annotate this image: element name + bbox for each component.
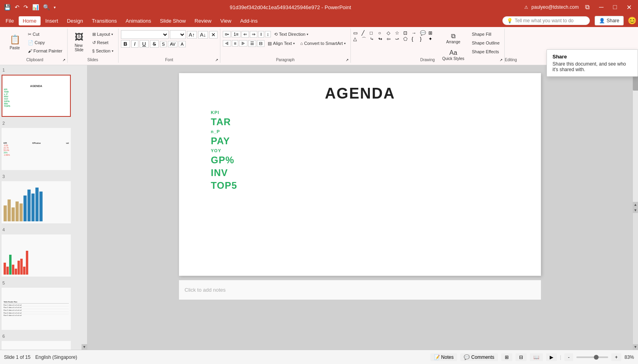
clipboard-expand-icon[interactable]: ↗	[62, 58, 66, 62]
tell-me-box[interactable]: 💡 Tell me what you want to do	[502, 16, 590, 25]
slideshow-button[interactable]: ▶	[546, 353, 557, 361]
menu-design[interactable]: Design	[63, 16, 87, 25]
align-right-button[interactable]: ⫸	[239, 40, 247, 46]
close-button[interactable]: ✕	[623, 3, 635, 12]
decrease-font-button[interactable]: A↓	[198, 31, 208, 39]
text-direction-button[interactable]: ⟲ Text Direction ▾	[272, 30, 311, 38]
increase-font-button[interactable]: A↑	[187, 31, 197, 39]
copy-button[interactable]: 📄 Copy	[25, 39, 65, 46]
slide-panel-scroll[interactable]: ▼	[82, 344, 87, 350]
shape-fill-button[interactable]: Shape Fill	[469, 30, 502, 38]
search-icon[interactable]: 🔍	[42, 3, 51, 11]
slide-thumb-2[interactable]: KPIKPIvalueval -0.55 22.75 55.0% 35% -2.…	[2, 128, 71, 170]
reading-view-button[interactable]: 📖	[530, 353, 543, 361]
redo-icon[interactable]: ↷	[23, 3, 29, 11]
shape-square[interactable]: ▭	[353, 30, 361, 36]
columns-button[interactable]: ⫴	[258, 31, 264, 38]
shape-circle[interactable]: ○	[378, 30, 386, 36]
shape-more[interactable]: ⊞	[428, 30, 436, 36]
notes-button[interactable]: 📝 Notes	[430, 353, 457, 361]
draw-expand-icon[interactable]: ↗	[500, 58, 503, 62]
shape-diamond[interactable]: ◇	[387, 30, 395, 36]
slide-thumb-3[interactable]	[2, 181, 71, 223]
shape-line[interactable]: ╱	[362, 30, 370, 36]
slide-item-6[interactable]	[2, 341, 86, 350]
align-center-button[interactable]: ≡	[232, 40, 238, 46]
bold-button[interactable]: B	[121, 40, 130, 48]
menu-animations[interactable]: Animations	[122, 16, 155, 25]
slide-item-5[interactable]: Table Header Row Row 1 data col col col …	[2, 288, 86, 330]
menu-slideshow[interactable]: Slide Show	[156, 16, 190, 25]
justify-button[interactable]: ☰	[248, 40, 256, 47]
shape-star[interactable]: ☆	[395, 30, 403, 36]
minimize-button[interactable]: ─	[596, 3, 607, 12]
normal-view-button[interactable]: ⊞	[501, 353, 512, 361]
shape-t8[interactable]: {	[412, 36, 420, 43]
slide-item-3[interactable]	[2, 181, 86, 223]
zoom-slider[interactable]	[576, 356, 608, 358]
align-left-button[interactable]: ⫷	[223, 40, 231, 46]
scroll-mid2-arrow[interactable]: ▼	[633, 207, 638, 213]
menu-home[interactable]: Home	[19, 16, 41, 25]
arrange-button[interactable]: ⧉ Arrange	[440, 30, 467, 46]
bullet-list-button[interactable]: ≡•	[223, 31, 231, 37]
shape-arrow[interactable]: →	[412, 30, 420, 36]
menu-review[interactable]: Review	[191, 16, 216, 25]
menu-insert[interactable]: Insert	[41, 16, 62, 25]
new-slide-button[interactable]: 🖼 NewSlide	[70, 30, 88, 54]
slide-thumb-1[interactable]: AGENDA KPI TAR n_P PAY YOY GP% INV TOP5	[2, 75, 71, 117]
format-painter-button[interactable]: 🖌 Format Painter	[25, 47, 65, 55]
align-text-button[interactable]: ▤ Align Text ▾	[265, 39, 297, 47]
menu-view[interactable]: View	[216, 16, 235, 25]
slide-item-2[interactable]: KPIKPIvalueval -0.55 22.75 55.0% 35% -2.…	[2, 128, 86, 170]
italic-button[interactable]: I	[131, 40, 138, 48]
scrollbar-thumb[interactable]	[633, 75, 638, 91]
shape-t9[interactable]: }	[420, 36, 428, 43]
cut-button[interactable]: ✂ Cut	[25, 30, 65, 38]
zoom-in-button[interactable]: +	[611, 353, 621, 361]
slide-thumb-6[interactable]	[2, 341, 71, 350]
shape-flow[interactable]: ⊡	[403, 30, 411, 36]
char-spacing-button[interactable]: AV	[168, 41, 177, 47]
share-button[interactable]: 👤 Share	[595, 16, 624, 25]
zoom-out-button[interactable]: -	[564, 353, 573, 361]
dropdown-arrow-icon[interactable]: ▾	[53, 4, 56, 10]
comments-button[interactable]: 💬 Comments	[460, 353, 498, 361]
notes-area[interactable]: Click to add notes	[179, 280, 541, 300]
shadow-button[interactable]: S	[160, 41, 167, 47]
font-expand-icon[interactable]: ↗	[215, 58, 218, 62]
font-color-button[interactable]: A	[179, 41, 185, 47]
menu-addins[interactable]: Add-ins	[236, 16, 262, 25]
shape-outline-button[interactable]: Shape Outline	[469, 39, 502, 47]
slide-item-1[interactable]: AGENDA KPI TAR n_P PAY YOY GP% INV TOP5	[2, 75, 86, 117]
smartart-button[interactable]: ⌂ Convert to SmartArt ▾	[298, 39, 348, 47]
layout-button[interactable]: ⊞ Layout ▾	[90, 30, 116, 38]
slide-canvas[interactable]: AGENDA KPI TAR n_P PAY YOY GP% INV TOP5	[179, 73, 541, 276]
shape-t10[interactable]: ✦	[428, 36, 436, 43]
restore-button[interactable]: ⧉	[582, 3, 593, 12]
line-spacing-button[interactable]: ↕	[265, 31, 271, 37]
scroll-down-arrow[interactable]: ▼	[633, 344, 638, 350]
section-button[interactable]: § Section ▾	[90, 47, 116, 55]
paste-button[interactable]: 📋 Paste	[5, 30, 25, 54]
reset-button[interactable]: ↺ Reset	[90, 39, 116, 46]
menu-transitions[interactable]: Transitions	[88, 16, 121, 25]
slide-sorter-button[interactable]: ⊟	[515, 353, 527, 361]
undo-icon[interactable]: ↶	[14, 3, 20, 11]
indent-dec-button[interactable]: ⇐	[241, 31, 249, 38]
shape-t5[interactable]: ⇦	[387, 36, 395, 43]
slide-item-4[interactable]	[2, 234, 86, 277]
scrollbar-track[interactable]	[633, 71, 638, 202]
presentation-icon[interactable]: 📊	[31, 3, 40, 11]
scroll-mid1-arrow[interactable]: ▲	[633, 202, 638, 207]
emoji-icon[interactable]: 😊	[628, 16, 636, 25]
slide-thumb-5[interactable]: Table Header Row Row 1 data col col col …	[2, 288, 71, 330]
indent-inc-button[interactable]: ⇒	[250, 31, 257, 38]
shape-t4[interactable]: ↬	[378, 36, 386, 43]
font-family-select[interactable]	[121, 30, 169, 39]
strikethrough-button[interactable]: S̶	[150, 40, 159, 48]
para-expand-icon[interactable]: ↗	[346, 58, 349, 62]
shape-t7[interactable]: ⬠	[403, 36, 411, 43]
shape-t1[interactable]: △	[353, 36, 361, 43]
number-list-button[interactable]: 1≡	[231, 31, 241, 37]
